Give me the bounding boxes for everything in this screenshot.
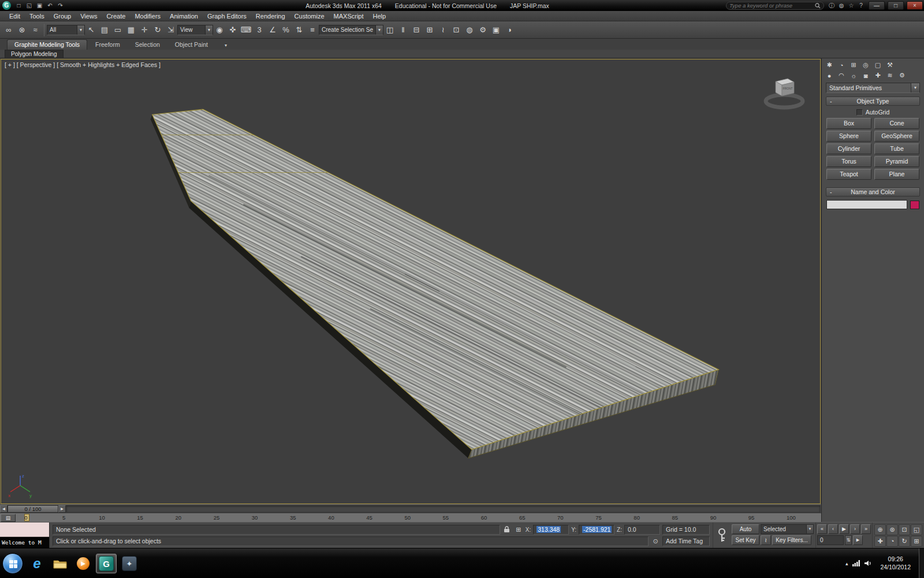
render-setup-icon[interactable]: ⚙ [476, 24, 489, 36]
previous-frame-arrow[interactable]: ◄ [0, 505, 8, 513]
orbit-icon[interactable]: ↻ [899, 536, 910, 547]
menu-item[interactable]: Customize [290, 12, 329, 21]
keyboard-shortcut-override-icon[interactable]: ⌨ [240, 24, 252, 36]
object-type-button[interactable]: Cone [874, 118, 919, 129]
start-button[interactable] [2, 553, 23, 574]
menu-item[interactable]: Tools [25, 12, 49, 21]
time-slider-track[interactable] [66, 505, 821, 513]
angle-snap-icon[interactable]: ∠ [266, 24, 279, 36]
graphite-ribbon-toggle-icon[interactable]: ⊞ [423, 24, 436, 36]
show-hidden-icons-icon[interactable]: ▴ [845, 561, 848, 566]
mini-curve-editor-button[interactable]: ▤ [1, 514, 16, 522]
new-scene-icon[interactable]: □ [14, 1, 24, 10]
zoom-region-icon[interactable]: ◱ [911, 524, 922, 535]
object-type-rollout-header[interactable]: - Object Type [826, 97, 920, 106]
y-coordinate-field[interactable]: -2581.921 [579, 525, 614, 535]
infocenter-search[interactable] [726, 2, 824, 10]
schematic-view-icon[interactable]: ⊡ [450, 24, 463, 36]
zoom-extents-icon[interactable]: ⊡ [899, 524, 910, 535]
geometry-category-icon[interactable]: ● [824, 71, 835, 80]
perspective-viewport[interactable]: [ + ] [ Perspective ] [ Smooth + Highlig… [1, 59, 821, 504]
search-input[interactable] [729, 2, 815, 9]
menu-item[interactable]: Modifiers [130, 12, 165, 21]
rendered-frame-window-icon[interactable]: ▣ [490, 24, 502, 36]
application-menu-logo-icon[interactable]: G [2, 1, 11, 10]
zoom-icon[interactable]: ⊕ [874, 524, 886, 535]
select-and-link-icon[interactable]: ∞ [2, 24, 15, 36]
volume-icon[interactable] [865, 560, 872, 566]
go-to-start-button[interactable]: « [817, 524, 827, 534]
default-in-out-tangent-icon[interactable]: ≀ [761, 535, 771, 545]
autogrid-checkbox[interactable] [856, 109, 863, 116]
modify-tab-icon[interactable]: ◔ [836, 60, 847, 70]
chevron-down-icon[interactable]: ▼ [911, 83, 919, 92]
primitives-category-dropdown[interactable]: Standard Primitives ▼ [826, 83, 920, 93]
zoom-all-icon[interactable]: ⊛ [886, 524, 898, 535]
viewcube-ring[interactable] [766, 95, 803, 108]
z-coordinate-field[interactable]: 0.0 [624, 525, 660, 535]
object-type-button[interactable]: Cylinder [826, 143, 871, 154]
open-file-icon[interactable]: ◱ [24, 1, 34, 10]
search-icon[interactable] [815, 3, 821, 9]
lights-category-icon[interactable]: ☼ [848, 71, 859, 80]
help-icon[interactable]: ? [856, 2, 866, 10]
play-button[interactable]: ▶ [839, 524, 849, 534]
object-type-button[interactable]: GeoSphere [874, 131, 919, 142]
collapse-icon[interactable]: - [830, 98, 832, 105]
3ds-max-taskbar-icon[interactable]: G [96, 554, 117, 573]
maximize-viewport-toggle-icon[interactable]: ⊞ [911, 536, 922, 547]
display-tab-icon[interactable]: ▢ [872, 60, 884, 70]
go-to-end-button[interactable]: » [861, 524, 871, 534]
save-file-icon[interactable]: ▣ [35, 1, 44, 10]
create-tab-icon[interactable]: ✱ [824, 60, 835, 70]
network-icon[interactable] [852, 560, 860, 566]
menu-item[interactable]: Views [76, 12, 102, 21]
select-and-scale-icon[interactable]: ⇲ [165, 24, 177, 36]
close-button[interactable]: × [907, 1, 923, 10]
viewcube[interactable]: FRONT [758, 72, 811, 110]
select-and-move-icon[interactable]: ✛ [138, 24, 151, 36]
next-frame-button[interactable]: › [850, 524, 860, 534]
spinner-snap-icon[interactable]: ⇅ [293, 24, 305, 36]
field-of-view-icon[interactable]: ◔ [886, 536, 898, 547]
welcome-window-taskbar-title[interactable]: Welcome to M [0, 537, 49, 548]
key-mode-dropdown[interactable]: Selected ▼ [761, 524, 814, 534]
chevron-down-icon[interactable]: ▼ [205, 25, 213, 35]
ribbon-options-dropdown-icon[interactable]: ▾ [221, 41, 231, 50]
infocenter-icon[interactable]: ⓘ [827, 2, 836, 10]
select-object-icon[interactable]: ↖ [85, 24, 98, 36]
systems-category-icon[interactable]: ⚙ [896, 71, 908, 80]
x-coordinate-field[interactable]: 313.348 [533, 525, 569, 535]
go-to-end-button[interactable]: ► [853, 535, 863, 545]
redo-icon[interactable]: ↷ [55, 1, 65, 10]
chevron-down-icon[interactable]: ▼ [77, 25, 84, 35]
chevron-down-icon[interactable]: ▼ [375, 25, 383, 35]
unlink-selection-icon[interactable]: ⊗ [16, 24, 28, 36]
rectangular-selection-region-icon[interactable]: ▭ [111, 24, 124, 36]
auto-key-button[interactable]: Auto Key [732, 524, 759, 534]
menu-item[interactable]: Group [49, 12, 76, 21]
menu-item[interactable]: Help [368, 12, 391, 21]
name-color-rollout-header[interactable]: - Name and Color [826, 187, 920, 197]
menu-item[interactable]: Rendering [251, 12, 290, 21]
frame-spinner[interactable]: ⇅ [845, 535, 852, 545]
maxscript-mini-listener[interactable]: Welcome to M [0, 523, 50, 548]
object-color-swatch[interactable] [910, 201, 919, 209]
render-production-icon[interactable]: ◑ [503, 24, 516, 36]
snap-toggle-3d-icon[interactable]: 3 [253, 24, 266, 36]
next-frame-arrow[interactable]: ► [58, 505, 66, 513]
menu-item[interactable]: Animation [165, 12, 203, 21]
object-type-button[interactable]: Sphere [826, 131, 871, 142]
taskbar-clock[interactable]: 09:26 24/10/2012 [877, 555, 914, 570]
material-editor-icon[interactable]: ◍ [463, 24, 476, 36]
absolute-offset-mode-icon[interactable]: ⊞ [514, 525, 523, 534]
menu-item[interactable]: Edit [5, 12, 25, 21]
edit-named-selection-sets-icon[interactable]: ≡ [306, 24, 319, 36]
chevron-down-icon[interactable]: ▼ [806, 525, 813, 533]
utilities-tab-icon[interactable]: ⚒ [884, 60, 896, 70]
hierarchy-tab-icon[interactable]: ⊞ [848, 60, 859, 70]
tab-freeform[interactable]: Freeform [88, 40, 127, 50]
favorites-star-icon[interactable]: ☆ [847, 2, 856, 10]
shapes-category-icon[interactable]: ◠ [836, 71, 847, 80]
window-crossing-icon[interactable]: ▦ [125, 24, 137, 36]
